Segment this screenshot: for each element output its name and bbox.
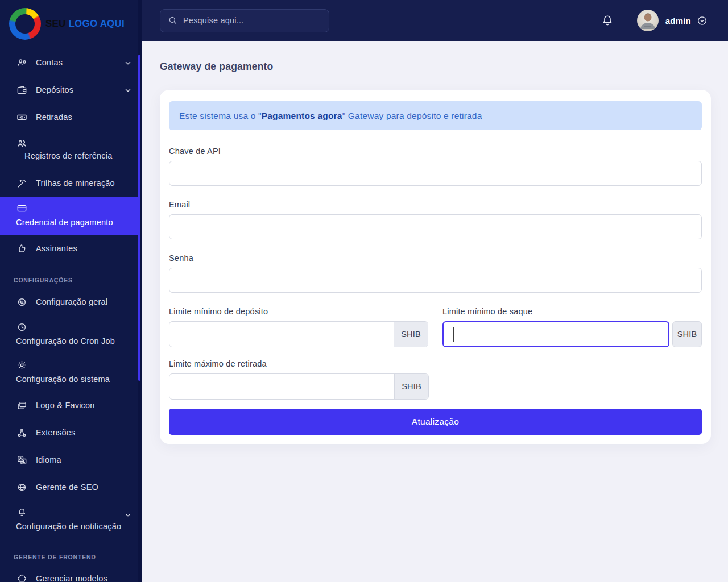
sidebar-item-label: Configuração de notificação — [16, 519, 126, 533]
sidebar-item-contas[interactable]: Contas — [0, 49, 142, 76]
sidebar-item-label: Gerente de SEO — [36, 480, 98, 494]
people-icon — [16, 138, 27, 149]
page-title: Gateway de pagamento — [160, 61, 711, 73]
sidebar-item-logo-favicon[interactable]: Logo & Favicon — [0, 392, 142, 419]
email-input[interactable] — [169, 214, 702, 239]
info-banner-text: Este sistema usa o "Pagamentos agora" Ga… — [179, 111, 482, 121]
template-icon — [16, 573, 27, 582]
sidebar-item-label: Gerenciar modelos — [36, 572, 107, 582]
sidebar-item-assinantes[interactable]: Assinantes — [0, 235, 142, 262]
notifications-bell-icon[interactable] — [601, 14, 614, 27]
main-content: Gateway de pagamento Este sistema usa o … — [142, 41, 728, 582]
currency-addon: SHIB — [672, 321, 702, 347]
chevron-down-icon — [124, 85, 132, 93]
sidebar-item-configuracao-do-cron-job[interactable]: Configuração do Cron Job — [0, 315, 142, 354]
password-field-block: Senha — [169, 253, 702, 293]
sidebar: SEU LOGO AQUI Contas Depósitos Retiradas — [0, 0, 142, 582]
sidebar-item-label: Configuração geral — [36, 295, 107, 309]
brand-logo-icon — [9, 8, 41, 40]
sidebar-item-label: Idioma — [36, 453, 61, 467]
min-deposit-field-block: Limite mínimo de depósito SHIB — [169, 307, 428, 347]
sidebar-section-configuracoes: CONFIGURAÇÕES — [0, 262, 142, 288]
min-withdraw-input[interactable] — [442, 321, 669, 347]
min-deposit-label: Limite mínimo de depósito — [169, 307, 428, 316]
limits-row: Limite mínimo de depósito SHIB Limite mí… — [169, 307, 702, 347]
banknote-icon — [16, 111, 27, 123]
email-field-block: Email — [169, 200, 702, 239]
sidebar-item-label: Depósitos — [36, 83, 73, 97]
min-withdraw-input-wrap — [442, 321, 669, 347]
api-key-field-block: Chave de API — [169, 147, 702, 186]
sidebar-item-configuracao-de-notificacao[interactable]: Configuração de notificação — [0, 501, 142, 539]
gear-icon — [16, 359, 27, 371]
sidebar-item-label: Credencial de pagamento — [16, 215, 126, 229]
search-icon — [168, 15, 178, 26]
clock-icon — [16, 321, 27, 332]
max-withdraw-input[interactable] — [169, 374, 394, 399]
min-deposit-group: SHIB — [169, 321, 428, 347]
sidebar-item-credencial-de-pagamento[interactable]: Credencial de pagamento — [0, 197, 142, 235]
search-box — [160, 9, 329, 32]
sidebar-item-label: Configuração do sistema — [16, 372, 126, 386]
info-banner: Este sistema usa o "Pagamentos agora" Ga… — [169, 101, 702, 130]
info-banner-highlight: Pagamentos agora — [262, 111, 342, 120]
sidebar-item-label: Trilhas de mineração — [36, 176, 115, 190]
wheel-icon — [16, 296, 27, 307]
user-name[interactable]: admin — [665, 16, 691, 26]
wallet-icon — [16, 84, 27, 95]
sidebar-item-configuracao-geral[interactable]: Configuração geral — [0, 288, 142, 315]
sidebar-item-label: Contas — [36, 56, 63, 69]
sidebar-item-retiradas[interactable]: Retiradas — [0, 103, 142, 131]
sidebar-scrollbar-track[interactable] — [138, 0, 142, 582]
sidebar-item-label: Retiradas — [36, 110, 72, 124]
topbar: admin — [142, 0, 728, 41]
brand-logo[interactable]: SEU LOGO AQUI — [0, 0, 142, 48]
sidebar-nav: Contas Depósitos Retiradas Registros de … — [0, 48, 142, 582]
min-withdraw-group: SHIB — [442, 321, 702, 347]
max-withdraw-label: Limite máximo de retirada — [169, 359, 702, 368]
users-gear-icon — [16, 57, 27, 68]
min-withdraw-label: Limite mínimo de saque — [442, 307, 702, 316]
sidebar-item-gerente-de-seo[interactable]: Gerente de SEO — [0, 473, 142, 501]
nodes-icon — [16, 427, 27, 438]
currency-addon: SHIB — [394, 374, 428, 399]
email-label: Email — [169, 200, 702, 209]
sidebar-scrollbar-thumb[interactable] — [138, 55, 140, 381]
sidebar-item-extensoes[interactable]: Extensões — [0, 419, 142, 446]
bell-icon — [16, 506, 27, 518]
sidebar-item-registros-de-referencia[interactable]: Registros de referência — [0, 131, 142, 169]
currency-addon: SHIB — [394, 322, 428, 347]
brand-logo-text: SEU LOGO AQUI — [46, 18, 125, 30]
user-menu-chevron-icon[interactable] — [697, 15, 708, 26]
pickaxe-icon — [16, 177, 27, 189]
avatar[interactable] — [637, 10, 659, 31]
min-withdraw-field-block: Limite mínimo de saque SHIB — [442, 307, 702, 347]
api-key-input[interactable] — [169, 161, 702, 186]
topbar-right: admin — [601, 10, 728, 31]
images-icon — [16, 400, 27, 411]
update-button[interactable]: Atualização — [169, 409, 702, 435]
credit-card-icon — [16, 202, 27, 214]
max-withdraw-group: SHIB — [169, 373, 429, 400]
sidebar-item-idioma[interactable]: Idioma — [0, 446, 142, 473]
password-input[interactable] — [169, 268, 702, 293]
sidebar-item-configuracao-do-sistema[interactable]: Configuração do sistema — [0, 354, 142, 392]
sidebar-item-label: Extensões — [36, 426, 76, 439]
thumbs-up-icon — [16, 243, 27, 254]
max-withdraw-field-block: Limite máximo de retirada SHIB — [169, 359, 702, 400]
sidebar-item-gerenciar-modelos[interactable]: Gerenciar modelos — [0, 565, 142, 582]
chevron-down-icon — [124, 57, 132, 65]
sidebar-item-label: Registros de referência — [24, 149, 113, 163]
language-icon — [16, 454, 27, 465]
sidebar-item-depositos[interactable]: Depósitos — [0, 76, 142, 103]
sidebar-item-label: Assinantes — [36, 242, 77, 255]
api-key-label: Chave de API — [169, 147, 702, 156]
globe-icon — [16, 481, 27, 493]
sidebar-section-gerente-de-frontend: GERENTE DE FRONTEND — [0, 539, 142, 565]
search-input[interactable] — [160, 9, 329, 32]
gateway-card: Este sistema usa o "Pagamentos agora" Ga… — [160, 90, 711, 444]
sidebar-item-trilhas-de-mineracao[interactable]: Trilhas de mineração — [0, 169, 142, 197]
sidebar-item-label: Logo & Favicon — [36, 398, 95, 412]
min-deposit-input[interactable] — [169, 322, 394, 347]
sidebar-item-label: Configuração do Cron Job — [16, 334, 126, 348]
